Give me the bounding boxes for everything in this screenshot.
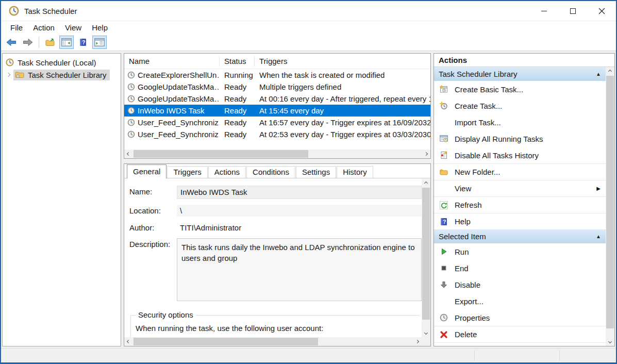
task-scheduler-window: Task Scheduler File Action View Help xyxy=(0,0,617,364)
action-label: Properties xyxy=(455,313,490,322)
action-display-all-running-tasks[interactable]: Display All Running Tasks xyxy=(434,130,606,147)
table-row-selected[interactable]: InWebo IWDS Task Ready At 15:45 every da… xyxy=(124,105,430,117)
actions-panel: Actions Task Scheduler Library ▲ xyxy=(433,53,615,346)
action-run[interactable]: Run xyxy=(434,243,606,260)
tab-settings[interactable]: Settings xyxy=(296,166,336,178)
help-button[interactable] xyxy=(76,36,90,49)
action-create-task[interactable]: Create Task... xyxy=(434,97,606,114)
section-header-label: Selected Item xyxy=(439,232,486,241)
table-row[interactable]: User_Feed_Synchroniz… Ready At 16:57 eve… xyxy=(124,117,430,128)
action-end[interactable]: End xyxy=(434,260,606,276)
action-view[interactable]: View ▶ xyxy=(434,180,606,196)
task-status: Ready xyxy=(220,94,255,103)
security-options-text: When running the task, use the following… xyxy=(136,324,420,333)
section-header-selected-item[interactable]: Selected Item ▲ xyxy=(434,229,606,243)
task-details-pane: General Triggers Actions Conditions Sett… xyxy=(124,163,431,346)
tree-library-label: Task Scheduler Library xyxy=(28,71,107,79)
column-header-status[interactable]: Status xyxy=(220,56,255,67)
menu-file[interactable]: File xyxy=(5,22,28,34)
forward-arrow-icon xyxy=(23,38,33,46)
task-clock-icon xyxy=(127,107,135,114)
action-new-folder[interactable]: New Folder... xyxy=(434,163,606,180)
table-row[interactable]: GoogleUpdateTaskMa… Ready At 00:16 every… xyxy=(124,93,430,105)
table-row[interactable]: User_Feed_Synchroniz… Ready At 02:53 eve… xyxy=(124,128,430,140)
actions-vertical-scrollbar[interactable] xyxy=(606,67,614,346)
scroll-left-icon[interactable] xyxy=(124,150,133,158)
show-console-tree-button[interactable] xyxy=(59,36,74,49)
forward-button[interactable] xyxy=(21,36,35,49)
status-bar-separator xyxy=(474,350,475,361)
scroll-right-icon[interactable] xyxy=(422,150,430,158)
actions-panel-title: Actions xyxy=(434,54,614,67)
tree-item-task-scheduler-library[interactable]: Task Scheduler Library xyxy=(3,69,121,81)
action-disable[interactable]: Disable xyxy=(434,276,606,293)
show-action-pane-button[interactable] xyxy=(92,36,107,49)
menu-help[interactable]: Help xyxy=(87,22,113,34)
scroll-up-icon[interactable] xyxy=(606,67,614,76)
status-bar xyxy=(1,348,616,362)
minimize-icon xyxy=(541,11,547,11)
export-folder-button[interactable] xyxy=(43,36,57,49)
groupbox-border xyxy=(130,315,131,337)
tab-history[interactable]: History xyxy=(337,166,373,178)
table-row[interactable]: GoogleUpdateTaskMa… Ready Multiple trigg… xyxy=(124,81,430,93)
action-help[interactable]: Help xyxy=(434,213,606,229)
scrollbar-thumb[interactable] xyxy=(606,76,614,328)
action-help-selected[interactable]: Help xyxy=(434,342,606,346)
expander-chevron-icon[interactable] xyxy=(6,73,10,77)
action-export[interactable]: Export... xyxy=(434,293,606,309)
back-button[interactable] xyxy=(4,36,19,49)
scrollbar-thumb[interactable] xyxy=(134,150,308,158)
close-icon xyxy=(598,8,605,14)
tree-root-task-scheduler-local[interactable]: Task Scheduler (Local) xyxy=(3,56,121,69)
action-delete[interactable]: Delete xyxy=(434,326,606,342)
action-label: Refresh xyxy=(455,201,482,209)
action-disable-all-tasks-history[interactable]: Disable All Tasks History xyxy=(434,147,606,163)
scroll-down-icon[interactable] xyxy=(606,337,614,346)
tab-general[interactable]: General xyxy=(127,164,166,178)
section-header-task-scheduler-library[interactable]: Task Scheduler Library ▲ xyxy=(434,67,606,81)
scroll-right-icon[interactable] xyxy=(413,337,422,346)
action-create-basic-task[interactable]: Create Basic Task... xyxy=(434,81,606,97)
scrollbar-thumb[interactable] xyxy=(422,188,430,320)
details-horizontal-scrollbar[interactable] xyxy=(124,337,422,346)
tab-actions[interactable]: Actions xyxy=(208,166,246,178)
task-list-horizontal-scrollbar[interactable] xyxy=(124,150,430,158)
task-status: Ready xyxy=(220,106,255,115)
action-label: Delete xyxy=(455,330,477,339)
action-properties[interactable]: Properties xyxy=(434,309,606,326)
action-refresh[interactable]: Refresh xyxy=(434,196,606,213)
menu-action[interactable]: Action xyxy=(28,22,60,34)
minimize-button[interactable] xyxy=(529,1,558,21)
action-label: View xyxy=(455,184,471,193)
task-clock-icon xyxy=(127,130,135,138)
description-field: This task runs daily the Inwebo and LDAP… xyxy=(177,238,422,301)
action-label: Create Task... xyxy=(455,102,502,110)
maximize-button[interactable] xyxy=(558,1,587,21)
scroll-up-icon[interactable] xyxy=(422,179,430,188)
table-row[interactable]: CreateExplorerShellUn… Running When the … xyxy=(124,69,430,81)
task-name: User_Feed_Synchroniz… xyxy=(138,130,220,139)
details-vertical-scrollbar[interactable] xyxy=(422,179,430,337)
close-button[interactable] xyxy=(587,1,616,21)
task-list-header: Name Status Triggers xyxy=(124,54,430,69)
task-name: GoogleUpdateTaskMa… xyxy=(138,94,220,103)
action-label: Create Basic Task... xyxy=(455,85,523,94)
scroll-down-icon[interactable] xyxy=(422,328,430,337)
task-clock-icon xyxy=(127,83,135,91)
description-line2: users and group xyxy=(181,253,417,263)
action-label: Help xyxy=(455,217,471,226)
column-header-name[interactable]: Name xyxy=(124,56,220,67)
action-import-task[interactable]: Import Task... xyxy=(434,114,606,130)
task-clock-icon xyxy=(127,95,135,103)
tab-conditions[interactable]: Conditions xyxy=(246,166,295,178)
column-header-triggers[interactable]: Triggers xyxy=(255,56,430,67)
scroll-left-icon[interactable] xyxy=(124,337,133,346)
create-task-icon xyxy=(440,102,448,110)
menu-view[interactable]: View xyxy=(60,22,87,34)
middle-column: Name Status Triggers CreateExplorerShell… xyxy=(124,53,431,346)
menu-bar: File Action View Help xyxy=(1,21,616,34)
action-label: Export... xyxy=(455,297,483,306)
tab-triggers[interactable]: Triggers xyxy=(167,166,207,178)
scrollbar-thumb[interactable] xyxy=(134,338,318,345)
